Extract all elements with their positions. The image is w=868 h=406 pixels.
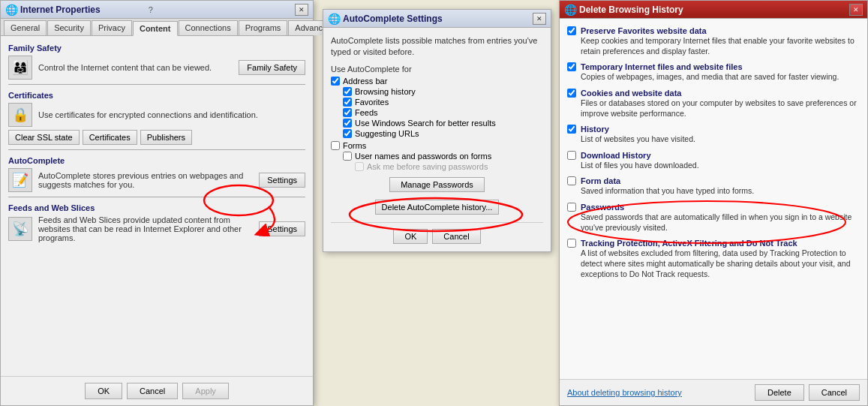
tab-privacy[interactable]: Privacy [92,20,132,35]
user-names-checkbox[interactable] [343,152,352,161]
ac-cancel-button[interactable]: Cancel [432,229,480,244]
ip-tab-bar: General Security Privacy Content Connect… [1,19,313,36]
tracking-protection-desc: A list of websites excluded from filteri… [581,248,860,279]
ip-ok-button[interactable]: OK [85,383,122,399]
tab-general[interactable]: General [4,20,47,35]
ac-title-bar: 🌐 AutoComplete Settings ✕ [323,10,551,28]
sep1 [8,84,305,85]
ask-saving-label: Ask me before saving passwords [367,162,488,171]
ip-apply-button[interactable]: Apply [182,383,229,399]
ac-window-controls: ✕ [533,13,546,25]
tab-programs[interactable]: Programs [239,20,288,35]
ip-help-icon[interactable]: ? [149,5,153,14]
ac-title-text: AutoComplete Settings [343,14,443,24]
history-checkbox[interactable] [567,125,576,134]
feeds-header: Feeds and Web Slices [8,203,305,212]
dbh-title-bar: 🌐 Delete Browsing History ✕ [560,1,867,19]
internet-properties-window: 🌐 Internet Properties ? ✕ General Securi… [0,0,314,406]
publishers-button[interactable]: Publishers [140,130,192,145]
about-deleting-link[interactable]: About deleting browsing history [567,388,682,397]
feeds-checkbox[interactable] [343,108,352,117]
dbh-close-button[interactable]: ✕ [849,4,863,16]
ac-description: AutoComplete lists possible matches from… [331,35,543,59]
ip-window-controls: ✕ [295,4,308,16]
tab-connections[interactable]: Connections [179,20,238,35]
dbh-delete-button[interactable]: Delete [755,384,804,401]
temp-internet-checkbox[interactable] [567,62,576,71]
ip-bottom-buttons: OK Cancel Apply [1,376,313,405]
ip-title-text: Internet Properties [20,5,101,15]
cookies-checkbox[interactable] [567,89,576,98]
forms-row: Forms [331,141,543,150]
forms-checkbox[interactable] [331,141,340,150]
family-safety-icon: 👨‍👩‍👧 [8,56,32,80]
family-safety-desc: Control the Internet content that can be… [38,63,233,72]
certificates-btn-row: Clear SSL state Certificates Publishers [8,130,305,145]
suggesting-urls-checkbox[interactable] [343,129,352,138]
cookies-item: Cookies and website data Files or databa… [567,89,860,119]
form-data-checkbox[interactable] [567,176,576,185]
tab-security[interactable]: Security [47,20,91,35]
tab-content[interactable]: Content [133,21,178,36]
ask-saving-checkbox[interactable] [355,162,364,171]
autocomplete-row: 📝 AutoComplete stores previous entries o… [8,168,305,192]
form-data-desc: Saved information that you have typed in… [581,186,754,197]
sep3 [8,197,305,197]
certificates-desc: Use certificates for encrypted connectio… [38,110,305,119]
feeds-row: Feeds [331,108,543,117]
suggesting-urls-row: Suggesting URLs [331,129,543,138]
dbh-window-icon: 🌐 [564,4,576,16]
family-safety-row: 👨‍👩‍👧 Control the Internet content that … [8,56,305,80]
delete-autocomplete-button[interactable]: Delete AutoComplete history... [375,200,500,215]
form-data-title: Form data [581,176,754,185]
download-history-checkbox[interactable] [567,151,576,160]
autocomplete-header: AutoComplete [8,156,305,165]
ip-cancel-button[interactable]: Cancel [127,383,178,399]
dbh-cancel-button[interactable]: Cancel [809,384,860,401]
ac-ok-button[interactable]: OK [393,229,428,244]
temp-internet-item: Temporary Internet files and website fil… [567,62,860,83]
browsing-history-checkbox[interactable] [343,87,352,96]
passwords-item: Passwords Saved passwords that are autom… [567,203,860,233]
favorites-checkbox[interactable] [343,98,352,107]
dbh-content: Preserve Favorites website data Keep coo… [560,19,867,379]
tracking-protection-title: Tracking Protection, ActiveX Filtering a… [581,239,860,248]
ip-title-bar: 🌐 Internet Properties ? ✕ [1,1,313,19]
feeds-row: 📡 Feeds and Web Slices provide updated c… [8,215,305,242]
preserve-favorites-checkbox[interactable] [567,26,576,35]
dbh-window-controls: ✕ [849,4,863,16]
address-bar-label: Address bar [343,77,387,86]
passwords-checkbox[interactable] [567,203,576,212]
delete-browsing-history-window: 🌐 Delete Browsing History ✕ Preserve Fav… [559,0,868,406]
family-safety-button[interactable]: Family Safety [239,60,305,75]
user-names-label: User names and passwords on forms [355,152,491,161]
windows-search-checkbox[interactable] [343,119,352,128]
preserve-favorites-item: Preserve Favorites website data Keep coo… [567,26,860,56]
sep2 [8,149,305,150]
certificates-button[interactable]: Certificates [83,130,137,145]
ac-use-label: Use AutoComplete for [331,65,543,74]
passwords-desc: Saved passwords that are automatically f… [581,212,860,233]
address-bar-row: Address bar [331,77,543,86]
autocomplete-settings-button[interactable]: Settings [259,173,305,188]
autocomplete-desc: AutoComplete stores previous entries on … [38,171,253,189]
family-safety-header: Family Safety [8,44,305,53]
forms-label: Forms [343,141,366,150]
address-bar-checkbox[interactable] [331,77,340,86]
autocomplete-settings-window: 🌐 AutoComplete Settings ✕ AutoComplete l… [323,9,551,252]
feeds-label: Feeds [355,108,378,117]
autocomplete-icon: 📝 [8,168,32,192]
passwords-title: Passwords [581,203,860,212]
cookies-title: Cookies and website data [581,89,860,98]
history-title: History [581,125,695,134]
manage-passwords-button[interactable]: Manage Passwords [389,177,485,192]
feeds-icon: 📡 [8,217,32,241]
form-data-item: Form data Saved information that you hav… [567,176,860,197]
feeds-settings-button[interactable]: Settings [259,221,305,236]
clear-ssl-button[interactable]: Clear SSL state [8,130,80,145]
manage-passwords-container: Manage Passwords [331,177,543,192]
ac-close-button[interactable]: ✕ [533,13,546,25]
certificates-icon: 🔒 [8,103,32,127]
ip-close-button[interactable]: ✕ [295,4,308,16]
tracking-protection-checkbox[interactable] [567,239,576,248]
